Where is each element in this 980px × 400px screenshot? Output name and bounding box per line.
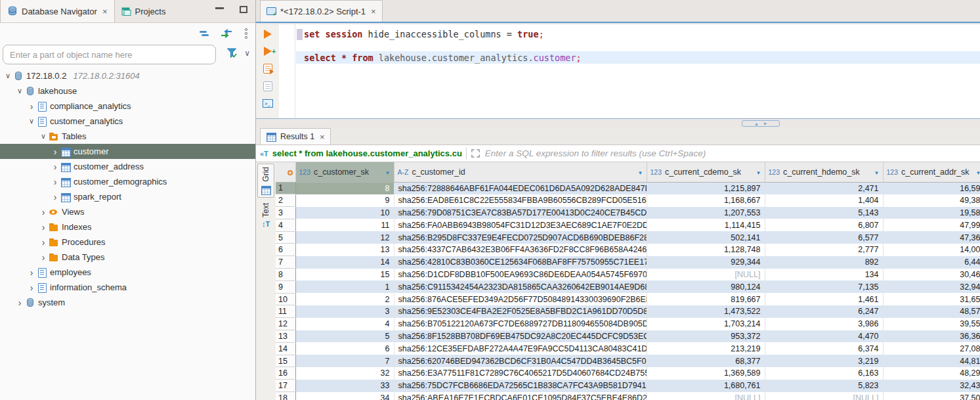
cell-c-current-cdemo-sk[interactable]: 929,344: [647, 256, 765, 269]
result-grid[interactable]: 123c_customer_sk A-Zc_customer_id 123c_c…: [276, 162, 980, 400]
tree-item[interactable]: Views: [0, 204, 255, 219]
row-number-cell[interactable]: 15: [276, 355, 295, 367]
editor-results-splitter[interactable]: [256, 118, 980, 128]
cell-c-current-addr-sk[interactable]: 37,50: [883, 392, 980, 400]
tab-database-navigator[interactable]: Database Navigator: [0, 0, 115, 22]
cell-c-customer-id[interactable]: sha256:D1CDF8DBB10F500EA9693C86DE6DEAA05…: [394, 269, 647, 281]
cell-c-current-addr-sk[interactable]: 32,94: [883, 280, 980, 293]
column-header[interactable]: A-Zc_customer_id: [394, 162, 647, 182]
cell-c-current-hdemo-sk[interactable]: 6,247: [765, 305, 883, 318]
table-row[interactable]: 3 10 sha256:79D08751C3EA7C83BA57D177E004…: [276, 207, 980, 219]
cell-c-customer-id[interactable]: sha256:ABEA16E7E1ECBDCA6E01CE1095D84F37C…: [394, 392, 647, 400]
tree-item[interactable]: information_schema: [0, 280, 255, 295]
cell-c-customer-sk[interactable]: 6: [295, 342, 394, 355]
cell-c-current-addr-sk[interactable]: 47,99: [883, 219, 980, 231]
cell-c-customer-sk[interactable]: 34: [295, 392, 394, 400]
filter-funnel-icon[interactable]: [226, 47, 238, 58]
cell-c-customer-id[interactable]: sha256:79D08751C3EA7C83BA57D177E00413D0C…: [394, 207, 647, 219]
table-row[interactable]: 8 15 sha256:D1CDF8DBB10F500EA9693C86DE6D…: [276, 269, 980, 281]
column-dropdown-icon[interactable]: [756, 170, 761, 176]
cell-c-customer-id[interactable]: sha256:B705122120A673FC7DE6889727DB11809…: [394, 318, 647, 330]
cell-c-current-hdemo-sk[interactable]: 3,219: [765, 355, 883, 367]
column-dropdown-icon[interactable]: [385, 170, 391, 176]
tab-projects[interactable]: Projects: [115, 0, 173, 22]
cell-c-current-hdemo-sk[interactable]: 1,461: [765, 293, 883, 305]
close-icon[interactable]: [371, 7, 376, 16]
tree-expander-icon[interactable]: [38, 252, 49, 263]
row-number-cell[interactable]: 10: [276, 293, 295, 305]
cell-c-customer-sk[interactable]: 2: [295, 293, 394, 305]
column-dropdown-icon[interactable]: [874, 170, 880, 176]
cell-c-current-hdemo-sk[interactable]: 6,807: [765, 219, 883, 231]
cell-c-current-cdemo-sk[interactable]: 1,168,667: [647, 194, 765, 207]
cell-c-customer-id[interactable]: sha256:42810C83B0360CE125634F068BAF8FF75…: [394, 256, 647, 269]
maximize-icon[interactable]: [240, 6, 247, 13]
cell-c-current-addr-sk[interactable]: 48,57: [883, 305, 980, 318]
cell-c-customer-id[interactable]: sha256:12CE35EFDABF272A4A47E9FA9CC5D4113…: [394, 342, 647, 355]
tree-expander-icon[interactable]: [26, 282, 37, 293]
tree-expander-icon[interactable]: [14, 87, 25, 95]
tree-expander-icon[interactable]: [38, 132, 49, 141]
collapse-all-icon[interactable]: [199, 30, 209, 37]
expand-filter-icon[interactable]: [471, 148, 480, 158]
cell-c-current-cdemo-sk[interactable]: 1,114,415: [647, 219, 765, 231]
tree-item[interactable]: employees: [0, 265, 255, 280]
row-number-cell[interactable]: 7: [276, 256, 295, 269]
tree-expander-icon[interactable]: [26, 267, 37, 278]
tab-sql-script[interactable]: *<172.18.0.2> Script-1: [260, 0, 383, 22]
cell-c-current-addr-sk[interactable]: 31,65: [883, 293, 980, 305]
tree-item[interactable]: 172.18.0.2 172.18.0.2:31604: [0, 68, 255, 83]
row-number-cell[interactable]: 18: [276, 392, 295, 400]
cell-c-customer-id[interactable]: sha256:E3A77511F81C7289C76C4065217D5D406…: [394, 367, 647, 380]
tree-item[interactable]: Data Types: [0, 250, 255, 265]
cell-c-current-hdemo-sk[interactable]: [NULL]: [765, 392, 883, 400]
table-row[interactable]: 2 9 sha256:EAD8E61C8C22E555834FBBA9B6055…: [276, 194, 980, 207]
table-row[interactable]: 10 2 sha256:876ACE5EFED349A2D56F77D50848…: [276, 293, 980, 305]
tree-expander-icon[interactable]: [26, 101, 37, 112]
cell-c-customer-id[interactable]: sha256:FA0ABB6943B98054FC31D12D3E3AEC689…: [394, 219, 647, 231]
row-number-cell[interactable]: 4: [276, 219, 295, 231]
tree-expander-icon[interactable]: [14, 298, 25, 308]
tree-expander-icon[interactable]: [50, 177, 60, 187]
execute-script-icon[interactable]: [263, 64, 272, 74]
tree-item[interactable]: spark_report: [0, 189, 255, 204]
cell-c-customer-id[interactable]: sha256:620746BED947362BCD6CF31B0A4C547DD…: [394, 355, 647, 367]
cell-c-current-hdemo-sk[interactable]: 4,470: [765, 330, 883, 343]
tree-expander-icon[interactable]: [50, 192, 60, 202]
table-row[interactable]: 9 1 sha256:C9115342454A2323DA815865CAA32…: [276, 280, 980, 293]
link-with-editor-icon[interactable]: [220, 29, 233, 38]
tree-expander-icon[interactable]: [38, 237, 49, 248]
table-row[interactable]: 18 34 sha256:ABEA16E7E1ECBDCA6E01CE1095D…: [276, 392, 980, 400]
cell-c-current-cdemo-sk[interactable]: 1,128,748: [647, 244, 765, 256]
cell-c-current-hdemo-sk[interactable]: 5,823: [765, 380, 883, 392]
row-number-cell[interactable]: 8: [276, 269, 295, 281]
tree-expander-icon[interactable]: [50, 146, 60, 157]
cell-c-current-addr-sk[interactable]: 39,55: [883, 318, 980, 330]
cell-c-current-hdemo-sk[interactable]: 134: [765, 269, 883, 281]
column-header[interactable]: 123c_customer_sk: [295, 162, 394, 182]
cell-c-current-hdemo-sk[interactable]: 6,374: [765, 342, 883, 355]
row-number-cell[interactable]: 1: [276, 182, 295, 194]
table-row[interactable]: 7 14 sha256:42810C83B0360CE125634F068BAF…: [276, 256, 980, 269]
collapse-up-icon[interactable]: [754, 122, 759, 126]
cell-c-current-cdemo-sk[interactable]: 502,141: [647, 231, 765, 244]
cell-c-current-addr-sk[interactable]: 30,46: [883, 269, 980, 281]
cell-c-current-cdemo-sk[interactable]: 1,680,761: [647, 380, 765, 392]
cell-c-current-addr-sk[interactable]: 44,81: [883, 355, 980, 367]
column-dropdown-icon[interactable]: [638, 170, 643, 176]
cell-c-current-hdemo-sk[interactable]: 6,577: [765, 231, 883, 244]
collapse-down-icon[interactable]: [763, 122, 767, 126]
cell-c-customer-sk[interactable]: 13: [295, 244, 394, 256]
tree-item[interactable]: customer_demographics: [0, 174, 255, 189]
cell-c-current-cdemo-sk[interactable]: [NULL]: [647, 269, 765, 281]
explain-plan-icon[interactable]: [263, 81, 272, 91]
cell-c-customer-sk[interactable]: 14: [295, 256, 394, 269]
code-line-3[interactable]: select * from lakehouse.customer_analyti…: [304, 53, 582, 64]
row-number-cell[interactable]: 11: [276, 305, 295, 318]
column-header[interactable]: 123c_current_hdemo_sk: [765, 162, 883, 182]
cell-c-customer-id[interactable]: sha256:8F1528BB708DF69EB475DC92A8C20EC44…: [394, 330, 647, 343]
tree-item[interactable]: Indexes: [0, 219, 255, 234]
cell-c-current-hdemo-sk[interactable]: 3,986: [765, 318, 883, 330]
cell-c-current-addr-sk[interactable]: 32,43: [883, 380, 980, 392]
row-number-cell[interactable]: 14: [276, 342, 295, 355]
